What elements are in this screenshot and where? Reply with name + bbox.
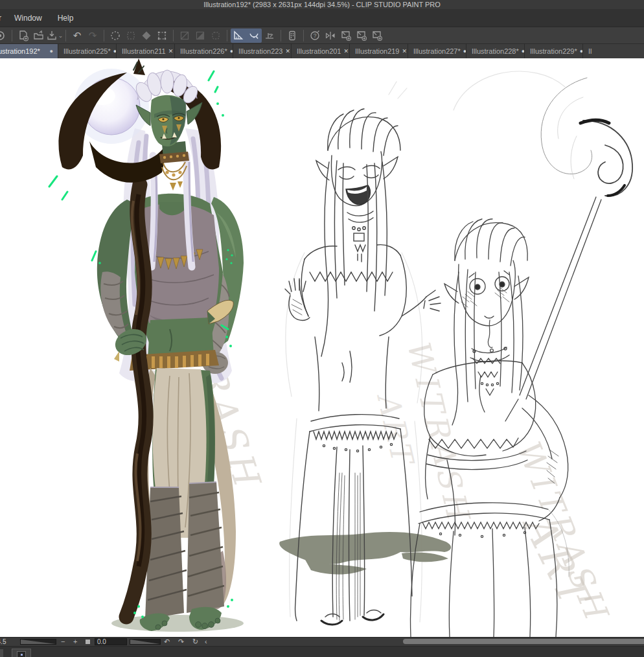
clip-studio-partial-icon[interactable] [0, 29, 8, 43]
document-tab[interactable]: Illustration225* ● [58, 44, 116, 58]
tab-label: Illustration201 [297, 47, 341, 55]
canvas-artwork: WITRASH ART WITRASH ART WITRASH ART [0, 58, 644, 637]
tab-indicator[interactable]: ✕ [168, 48, 174, 54]
selection-border-button[interactable] [154, 29, 170, 43]
menu-item[interactable]: r [0, 9, 6, 27]
toolbar-separator [12, 30, 12, 41]
bottom-dock [0, 646, 644, 657]
undo-icon: ↶ [73, 30, 82, 40]
toolbar-separator [227, 30, 227, 41]
tab-label: Illustration226* [180, 47, 227, 55]
tab-indicator[interactable]: ● [463, 48, 466, 54]
document-tab-bar: ustration192* ● Illustration225* ● Illus… [0, 44, 644, 58]
tab-label: Illustration211 [122, 47, 166, 55]
canvas-control-bar: 34.5 − + 0.0 ↶ ↷ ↻ ‹ [0, 637, 644, 646]
save-button[interactable]: ⌄ [47, 29, 62, 43]
new-window-2-button[interactable] [354, 29, 369, 43]
menu-bar: r Window Help [0, 9, 644, 27]
material-thumbnail[interactable] [12, 649, 31, 657]
new-document-button[interactable] [16, 29, 31, 43]
rotate-cw-button[interactable]: ↷ [178, 638, 184, 646]
tab-label: ustration192* [0, 47, 40, 55]
document-tab[interactable]: Illustration228* ● [466, 44, 524, 58]
companion-device-button[interactable] [284, 29, 300, 43]
tab-indicator[interactable]: ● [113, 48, 116, 54]
snap-to-special-ruler-button[interactable] [246, 29, 262, 43]
document-tab[interactable]: Illustration201 ✕ [292, 44, 349, 58]
selection-launcher-button[interactable] [208, 29, 224, 43]
snap-to-ruler-button[interactable] [231, 29, 246, 43]
reselect-button[interactable] [123, 29, 139, 43]
horizontal-scrollbar[interactable] [403, 639, 644, 644]
selection-from-layer-2-icon [194, 30, 206, 41]
tab-label: Il [588, 47, 592, 55]
new-window-1-button[interactable] [338, 29, 354, 43]
zoom-slider[interactable] [20, 639, 56, 645]
selection-from-layer-2-button[interactable] [192, 29, 208, 43]
document-tab[interactable]: Illustration227* ● [408, 44, 466, 58]
document-tab[interactable]: Illustration226* ● [175, 44, 233, 58]
tab-indicator[interactable]: ✕ [344, 48, 349, 54]
flip-horizontal-button[interactable] [323, 29, 338, 43]
open-file-icon [33, 30, 45, 41]
snap-to-special-ruler-icon [248, 30, 260, 41]
deselect-button[interactable] [108, 29, 123, 43]
document-tab[interactable]: Illustration229* ● [525, 44, 582, 58]
dock-partial-icon [0, 649, 3, 657]
undo-button[interactable]: ↶ [69, 29, 85, 43]
snap-to-ruler-icon [233, 30, 244, 41]
document-tab[interactable]: Illustration219 ✕ [350, 44, 408, 58]
tab-indicator[interactable]: ● [522, 48, 524, 54]
document-tab[interactable]: Illustration211 ✕ [117, 44, 174, 58]
tab-indicator[interactable]: ● [50, 48, 53, 54]
new-window-1-icon [340, 30, 352, 41]
tab-indicator[interactable]: ✕ [286, 48, 291, 54]
fit-to-screen-button[interactable] [86, 640, 90, 644]
rotation-slider[interactable] [130, 639, 161, 645]
canvas[interactable]: WITRASH ART WITRASH ART WITRASH ART [0, 58, 644, 637]
new-window-3-button[interactable] [369, 29, 385, 43]
rotate-ccw-button[interactable]: ↶ [164, 638, 170, 646]
companion-device-icon [286, 30, 298, 41]
menu-item-label: Help [58, 14, 74, 23]
redo-button[interactable]: ↷ [85, 29, 100, 43]
material-thumbnail-icon [17, 651, 26, 657]
app-window: Illustration192* (2983 x 2631px 144dpi 3… [0, 0, 644, 657]
collapse-bar-button[interactable]: ‹ [205, 638, 207, 646]
invert-selection-button[interactable] [139, 29, 154, 43]
tab-indicator[interactable]: ● [230, 48, 233, 54]
selection-launcher-icon [210, 30, 222, 41]
save-icon [46, 30, 58, 41]
tab-label: Illustration227* [413, 47, 461, 55]
new-document-icon [17, 30, 29, 41]
command-bar: ⌄ ↶ ↷ [0, 27, 644, 44]
toolbar-separator [104, 30, 104, 41]
menu-item[interactable]: Window [6, 9, 50, 27]
document-tab[interactable]: Illustration223 ✕ [233, 44, 291, 58]
new-window-3-icon [371, 30, 383, 41]
document-tab[interactable]: ustration192* ● [0, 44, 58, 58]
toolbar-separator [173, 30, 174, 41]
snap-to-grid-icon [264, 30, 275, 41]
menu-item[interactable]: Help [50, 9, 82, 27]
menu-item-label: r [0, 14, 1, 23]
open-file-button[interactable] [31, 29, 47, 43]
selection-from-layer-1-button[interactable] [177, 29, 192, 43]
selection-border-icon [156, 30, 168, 41]
reset-rotation-button[interactable]: ↻ [192, 638, 198, 646]
invert-selection-icon [141, 30, 152, 41]
snap-to-grid-button[interactable] [262, 29, 277, 43]
zoom-in-button[interactable]: + [73, 638, 77, 646]
menu-item-label: Window [14, 14, 42, 23]
zoom-out-button[interactable]: − [61, 638, 65, 646]
deselect-icon [109, 30, 121, 41]
document-tab[interactable]: Il [583, 44, 644, 58]
save-dropdown-chevron-icon[interactable]: ⌄ [58, 32, 63, 39]
tab-indicator[interactable]: ● [580, 48, 582, 54]
tab-label: Illustration229* [530, 47, 577, 55]
how-to-use-icon: ? [309, 30, 321, 41]
how-to-use-button[interactable]: ? [307, 29, 323, 43]
tab-indicator[interactable]: ✕ [402, 48, 408, 54]
tab-label: Illustration219 [355, 47, 400, 55]
new-window-2-icon [356, 30, 367, 41]
